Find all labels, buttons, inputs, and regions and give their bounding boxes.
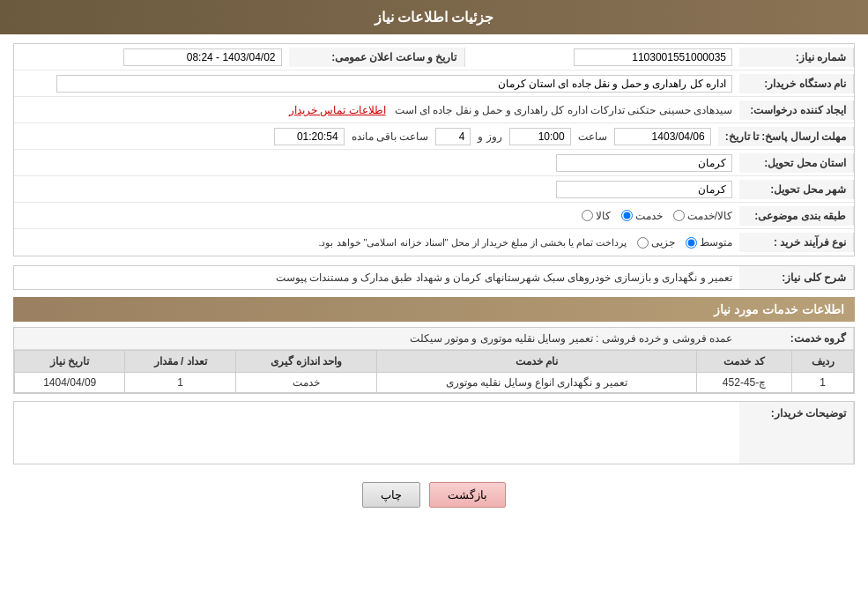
purchase-motavaset-radio[interactable] — [686, 237, 697, 249]
buyer-description-section: توضیحات خریدار: — [13, 401, 855, 464]
deadline-remaining-label: ساعت باقی مانده — [352, 130, 429, 143]
buyer-org-input[interactable] — [56, 75, 732, 93]
announce-datetime-input[interactable] — [123, 48, 282, 66]
requester-label: ایجاد کننده درخواست: — [739, 100, 854, 120]
category-radio-group: کالا/خدمت خدمت کالا — [21, 210, 732, 222]
need-description-value: تعمیر و نگهداری و بازسازی خودروهای سبک ش… — [14, 266, 739, 289]
category-kala-khadamat-item: کالا/خدمت — [673, 210, 732, 222]
deadline-remaining-input[interactable] — [274, 128, 345, 145]
requester-value: سیدهادی حسینی حتکنی تدارکات اداره کل راه… — [14, 100, 739, 120]
purchase-motavaset-label: متوسط — [700, 236, 732, 249]
buyer-org-row: نام دستگاه خریدار: — [14, 71, 854, 97]
province-row: استان محل تحویل: — [14, 150, 854, 176]
requester-contact-link[interactable]: اطلاعات تماس خریدار — [289, 104, 386, 116]
city-value — [14, 177, 739, 202]
requester-row: ایجاد کننده درخواست: سیدهادی حسینی حتکنی… — [14, 97, 854, 123]
need-number-value — [465, 45, 740, 70]
category-options: کالا/خدمت خدمت کالا — [14, 206, 739, 226]
city-row: شهر محل تحویل: — [14, 176, 854, 203]
purchase-type-options: متوسط جزیی پرداخت تمام یا بخشی از مبلغ خ… — [14, 233, 739, 252]
col-header-quantity: تعداد / مقدار — [125, 351, 235, 373]
deadline-label: مهلت ارسال پاسخ: تا تاریخ: — [718, 127, 854, 146]
services-group-row: گروه خدمت: عمده فروشی و خرده فروشی : تعم… — [14, 328, 854, 350]
buyer-org-label: نام دستگاه خریدار: — [739, 74, 854, 93]
back-button[interactable]: بازگشت — [429, 482, 506, 508]
city-label: شهر محل تحویل: — [739, 180, 854, 199]
purchase-jozyi-item: جزیی — [637, 236, 675, 249]
category-khadamat-radio[interactable] — [621, 210, 633, 221]
province-value — [14, 151, 739, 175]
services-group-section: گروه خدمت: عمده فروشی و خرده فروشی : تعم… — [13, 327, 855, 394]
buttons-row: بازگشت چاپ — [13, 473, 855, 516]
col-header-unit: واحد اندازه گیری — [235, 351, 377, 373]
need-number-input[interactable] — [574, 48, 732, 66]
category-label: طبقه بندی موضوعی: — [739, 206, 854, 226]
deadline-time-label: ساعت — [578, 130, 607, 143]
page-container: جزئیات اطلاعات نیاز شماره نیاز: تاریخ و … — [0, 0, 868, 609]
col-header-service-code: کد خدمت — [697, 351, 792, 373]
category-kala-khadamat-label: کالا/خدمت — [687, 210, 732, 222]
col-header-date-needed: تاریخ نیاز — [15, 351, 125, 373]
category-kala-item: کالا — [582, 210, 611, 222]
deadline-values: ساعت روز و ساعت باقی مانده — [14, 124, 718, 149]
category-row: طبقه بندی موضوعی: کالا/خدمت خدمت کالا — [14, 203, 854, 229]
purchase-jozyi-radio[interactable] — [637, 237, 649, 249]
cell-date-needed: 1404/04/09 — [15, 373, 125, 393]
buyer-description-textarea[interactable] — [14, 402, 739, 464]
cell-service-name: تعمیر و نگهداری انواع وسایل نقلیه موتوری — [377, 373, 697, 393]
deadline-time-input[interactable] — [509, 128, 571, 145]
services-table: ردیف کد خدمت نام خدمت واحد اندازه گیری ت… — [14, 350, 854, 393]
cell-quantity: 1 — [125, 373, 235, 393]
purchase-motavaset-item: متوسط — [686, 236, 732, 249]
deadline-row: مهلت ارسال پاسخ: تا تاریخ: ساعت روز و سا… — [14, 123, 854, 150]
table-header-row: ردیف کد خدمت نام خدمت واحد اندازه گیری ت… — [15, 351, 854, 373]
buyer-description-label: توضیحات خریدار: — [739, 402, 854, 464]
announce-datetime-label: تاریخ و ساعت اعلان عمومی: — [289, 48, 465, 67]
purchase-type-label: نوع فرآیند خرید : — [739, 233, 854, 252]
category-khadamat-item: خدمت — [621, 210, 663, 222]
category-kala-label: کالا — [596, 210, 611, 222]
need-number-row: شماره نیاز: تاریخ و ساعت اعلان عمومی: — [14, 44, 854, 71]
table-row: 1 چ-45-452 تعمیر و نگهداری انواع وسایل ن… — [15, 373, 854, 393]
cell-service-code: چ-45-452 — [697, 373, 792, 393]
province-input[interactable] — [556, 154, 732, 172]
buyer-org-value — [14, 71, 739, 96]
services-section-header: اطلاعات خدمات مورد نیاز — [13, 297, 855, 322]
purchase-note: پرداخت تمام یا بخشی از مبلغ خریدار از مح… — [318, 237, 627, 249]
purchase-jozyi-label: جزیی — [651, 236, 675, 249]
col-header-service-name: نام خدمت — [377, 351, 697, 373]
deadline-days-label: روز و — [478, 130, 501, 143]
cell-row-num: 1 — [792, 373, 854, 393]
services-header-title: اطلاعات خدمات مورد نیاز — [714, 302, 844, 316]
category-kala-radio[interactable] — [582, 210, 593, 221]
main-form-section: شماره نیاز: تاریخ و ساعت اعلان عمومی: نا… — [13, 43, 855, 256]
col-header-row-num: ردیف — [792, 351, 854, 373]
city-input[interactable] — [556, 181, 732, 198]
cell-unit: خدمت — [235, 373, 377, 393]
need-description-box: شرح کلی نیاز: تعمیر و نگهداری و بازسازی … — [13, 265, 855, 290]
deadline-days-input[interactable] — [435, 128, 471, 145]
services-group-value: عمده فروشی و خرده فروشی : تعمیر وسایل نق… — [14, 328, 739, 349]
deadline-date-input[interactable] — [614, 128, 711, 145]
category-kala-khadamat-radio[interactable] — [673, 210, 685, 221]
requester-text: سیدهادی حسینی حتکنی تدارکات اداره کل راه… — [395, 104, 732, 116]
announce-datetime-value — [14, 45, 289, 70]
content-area: شماره نیاز: تاریخ و ساعت اعلان عمومی: نا… — [0, 34, 868, 525]
services-group-label: گروه خدمت: — [739, 328, 854, 349]
page-header: جزئیات اطلاعات نیاز — [0, 0, 868, 34]
page-title: جزئیات اطلاعات نیاز — [375, 10, 494, 25]
province-label: استان محل تحویل: — [739, 153, 854, 173]
print-button[interactable]: چاپ — [362, 482, 420, 508]
purchase-type-radio-group: متوسط جزیی پرداخت تمام یا بخشی از مبلغ خ… — [21, 236, 732, 249]
purchase-type-row: نوع فرآیند خرید : متوسط جزیی پرداخت تمام… — [14, 229, 854, 256]
need-number-label: شماره نیاز: — [739, 48, 854, 67]
category-khadamat-label: خدمت — [635, 210, 663, 222]
need-description-label: شرح کلی نیاز: — [739, 266, 854, 289]
